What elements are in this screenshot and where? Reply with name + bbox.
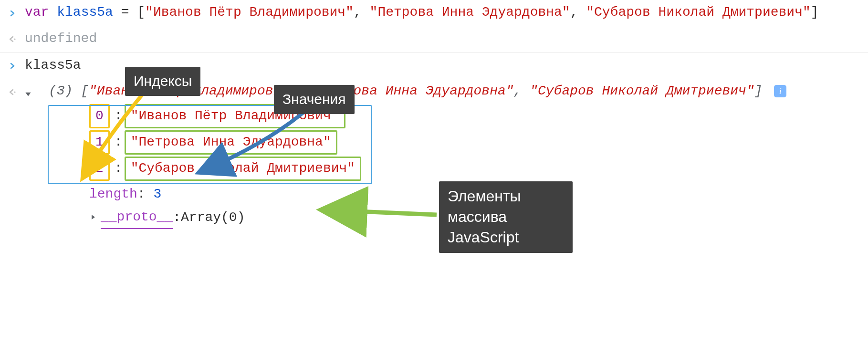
bracket-open: [ xyxy=(137,5,145,20)
identifier: klass5a xyxy=(57,5,113,20)
identifier: klass5a xyxy=(25,58,81,73)
console-output-2: (3) ["Иванов Пётр Владимирович", "Петров… xyxy=(0,79,868,232)
array-element-1[interactable]: 1: "Петрова Инна Эдуардовна" xyxy=(89,130,863,155)
index-2: 2 xyxy=(89,157,110,181)
index-1: 1 xyxy=(89,130,110,155)
prompt-icon xyxy=(3,2,22,24)
colon: : xyxy=(113,158,125,179)
array-element-2[interactable]: 2: "Субаров Николай Дмитриевич" xyxy=(89,157,863,181)
result-icon xyxy=(3,81,22,103)
equals: = xyxy=(113,5,137,20)
value-2: "Субаров Николай Дмитриевич" xyxy=(125,157,361,181)
colon: : xyxy=(173,207,181,229)
undefined-value: undefined xyxy=(25,31,97,46)
value-1: "Петрова Инна Эдуардовна" xyxy=(125,130,337,155)
annotation-values: Значения xyxy=(274,85,355,114)
annotation-indexes: Индексы xyxy=(125,67,200,96)
index-0: 0 xyxy=(89,104,110,128)
array-count: (3) xyxy=(49,84,81,98)
disclosure-triangle-down[interactable] xyxy=(24,84,32,106)
bracket-open: [ xyxy=(81,84,89,98)
bracket-close: ] xyxy=(754,84,763,98)
comma: , xyxy=(354,5,370,20)
colon: : xyxy=(137,187,154,201)
keyword-var: var xyxy=(25,5,49,20)
code-line: var klass5a = ["Иванов Пётр Владимирович… xyxy=(22,2,863,23)
string-literal: "Петрова Инна Эдуардовна" xyxy=(370,5,570,20)
length-value: 3 xyxy=(153,187,161,201)
bracket-close: ] xyxy=(811,5,819,20)
annotation-elements: Элементы массива JavaScript xyxy=(439,181,573,253)
colon: : xyxy=(113,105,125,127)
console-input-1: var klass5a = ["Иванов Пётр Владимирович… xyxy=(0,0,868,26)
result-icon xyxy=(3,28,22,51)
svg-marker-2 xyxy=(25,93,31,96)
console-output-1: undefined xyxy=(0,26,868,53)
length-label: length xyxy=(89,187,137,201)
proto-label: __proto__ xyxy=(101,207,173,229)
svg-point-1 xyxy=(14,91,15,93)
string-literal: "Субаров Николай Дмитриевич" xyxy=(586,5,810,20)
comma: , xyxy=(514,84,530,98)
prompt-icon xyxy=(3,55,22,77)
colon: : xyxy=(113,132,125,153)
info-icon[interactable]: i xyxy=(774,85,786,97)
disclosure-triangle-right[interactable] xyxy=(89,207,97,229)
string-literal: "Субаров Николай Дмитриевич" xyxy=(530,84,754,98)
svg-point-0 xyxy=(14,39,15,40)
string-literal: "Иванов Пётр Владимирович" xyxy=(145,5,354,20)
svg-marker-3 xyxy=(92,215,95,220)
proto-value: Array(0) xyxy=(181,207,245,229)
array-element-0[interactable]: 0: "Иванов Пётр Владимирович" xyxy=(89,104,863,128)
comma: , xyxy=(570,5,586,20)
